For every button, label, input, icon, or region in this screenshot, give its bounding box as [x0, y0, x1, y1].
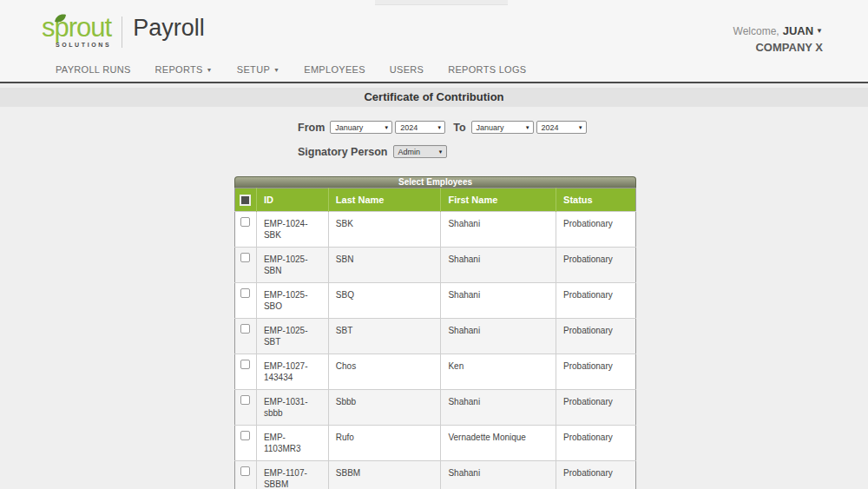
last-name-cell: SBT [328, 318, 441, 354]
row-checkbox[interactable] [240, 466, 250, 476]
select-all-checkbox[interactable] [240, 195, 251, 206]
row-checkbox-cell [235, 354, 257, 389]
last-name-cell: Rufo [328, 425, 441, 460]
product-name: Payroll [133, 17, 205, 40]
brand-text: sprout [42, 14, 111, 41]
status-cell: Probationary [556, 425, 636, 460]
row-checkbox-cell [235, 282, 257, 318]
user-name: JUAN [783, 24, 813, 37]
table-row: EMP-1103MR3RufoVernadette MoniqueProbati… [235, 425, 636, 460]
row-checkbox[interactable] [240, 253, 250, 262]
signatory-select[interactable]: Admin▼ [393, 145, 447, 158]
user-area: Welcome,JUAN▼ COMPANY X [733, 21, 823, 55]
last-name-cell: SBBM [328, 460, 441, 489]
first-name-cell: Ken [441, 354, 556, 389]
employee-id-cell: EMP-1025-SBN [256, 247, 328, 282]
nav-reports[interactable]: REPORTS▼ [155, 64, 213, 75]
row-checkbox-cell [235, 247, 257, 282]
table-row: EMP-1107- SBBMSBBMShahaniProbationary [235, 460, 636, 489]
from-year-select[interactable]: 2024▼ [395, 121, 445, 134]
logo-divider [122, 17, 122, 48]
status-cell: Probationary [556, 247, 636, 282]
dropdown-arrow-icon: ▼ [578, 125, 583, 130]
dropdown-arrow-icon: ▼ [438, 149, 444, 155]
nav-users[interactable]: USERS [390, 64, 424, 75]
company-name: COMPANY X [733, 40, 823, 56]
brand-subtitle: SOLUTIONS [42, 42, 111, 48]
employee-id-cell: EMP-1103MR3 [256, 425, 328, 460]
top-edge-artifact [375, 0, 508, 5]
employee-id-cell: EMP-1031-sbbb [256, 389, 328, 425]
first-name-cell: Vernadette Monique [441, 425, 556, 460]
status-cell: Probationary [556, 460, 636, 489]
first-name-cell: Shahani [441, 211, 556, 247]
status-cell: Probationary [556, 318, 636, 354]
first-name-cell: Shahani [441, 460, 556, 489]
row-checkbox-cell [235, 211, 257, 247]
welcome-label: Welcome, [733, 25, 779, 37]
col-header-last-name: Last Name [328, 188, 441, 212]
to-label: To [453, 122, 465, 134]
date-range-row: From January▼ 2024▼ To January▼ 2024▼ [298, 121, 868, 134]
signatory-label: Signatory Person [298, 146, 388, 158]
table-row: EMP-1027- 143434ChosKenProbationary [235, 354, 636, 389]
employee-id-cell: EMP-1107- SBBM [256, 460, 328, 489]
nav-setup[interactable]: SETUP▼ [237, 64, 279, 75]
status-cell: Probationary [556, 389, 636, 425]
table-header-row: ID Last Name First Name Status [235, 188, 636, 212]
row-checkbox[interactable] [240, 360, 250, 369]
dropdown-arrow-icon: ▼ [437, 125, 442, 130]
main-nav: PAYROLL RUNS REPORTS▼ SETUP▼ EMPLOYEES U… [56, 64, 526, 75]
nav-payroll-runs[interactable]: PAYROLL RUNS [56, 64, 131, 75]
first-name-cell: Shahani [441, 247, 556, 282]
table-row: EMP-1031-sbbbSbbbShahaniProbationary [235, 389, 636, 425]
page-title: Certificate of Contribution [0, 88, 868, 107]
table-row: EMP-1025-SBOSBQShahaniProbationary [235, 282, 636, 318]
user-menu[interactable]: Welcome,JUAN▼ [733, 21, 823, 40]
logo-row: sprout SOLUTIONS Payroll [42, 14, 205, 48]
chevron-down-icon: ▼ [273, 67, 279, 73]
app-header: sprout SOLUTIONS Payroll Welcome,JUAN▼ C… [0, 0, 868, 83]
row-checkbox[interactable] [240, 324, 250, 334]
last-name-cell: SBQ [328, 282, 441, 318]
col-header-first-name: First Name [441, 188, 556, 212]
nav-reports-logs[interactable]: REPORTS LOGS [448, 64, 526, 75]
row-checkbox[interactable] [240, 288, 250, 298]
to-month-select[interactable]: January▼ [471, 121, 534, 134]
row-checkbox[interactable] [240, 217, 250, 227]
first-name-cell: Shahani [441, 389, 556, 425]
employee-id-cell: EMP-1024-SBK [256, 211, 328, 247]
dropdown-arrow-icon: ▼ [525, 125, 530, 130]
to-year-select[interactable]: 2024▼ [536, 121, 587, 134]
last-name-cell: Sbbb [328, 389, 441, 425]
last-name-cell: SBK [328, 211, 441, 247]
employee-id-cell: EMP-1027- 143434 [256, 354, 328, 389]
employee-id-cell: EMP-1025-SBT [256, 318, 328, 354]
nav-employees[interactable]: EMPLOYEES [304, 64, 365, 75]
employee-id-cell: EMP-1025-SBO [256, 282, 328, 318]
from-month-select[interactable]: January▼ [330, 121, 392, 134]
row-checkbox-cell [235, 460, 257, 489]
dropdown-arrow-icon: ▼ [384, 125, 389, 130]
status-cell: Probationary [556, 354, 636, 389]
leaf-icon [54, 12, 67, 26]
filters: From January▼ 2024▼ To January▼ 2024▼ Si… [298, 121, 868, 158]
col-header-id: ID [256, 188, 328, 212]
row-checkbox-cell [235, 425, 257, 460]
signatory-row: Signatory Person Admin▼ [298, 145, 868, 158]
table-row: EMP-1025-SBTSBTShahaniProbationary [235, 318, 636, 354]
col-header-status: Status [556, 188, 636, 212]
table-row: EMP-1024-SBKSBKShahaniProbationary [235, 211, 636, 247]
first-name-cell: Shahani [441, 282, 556, 318]
last-name-cell: Chos [328, 354, 441, 389]
row-checkbox[interactable] [240, 431, 250, 440]
last-name-cell: SBN [328, 247, 441, 282]
sprout-logo[interactable]: sprout SOLUTIONS [42, 14, 111, 48]
status-cell: Probationary [556, 211, 636, 247]
row-checkbox[interactable] [240, 395, 250, 405]
employee-table: Select Employees ID Last Name First Name… [234, 176, 636, 489]
chevron-down-icon: ▼ [816, 27, 823, 35]
row-checkbox-cell [235, 318, 257, 354]
table-caption: Select Employees [234, 176, 636, 188]
first-name-cell: Shahani [441, 318, 556, 354]
